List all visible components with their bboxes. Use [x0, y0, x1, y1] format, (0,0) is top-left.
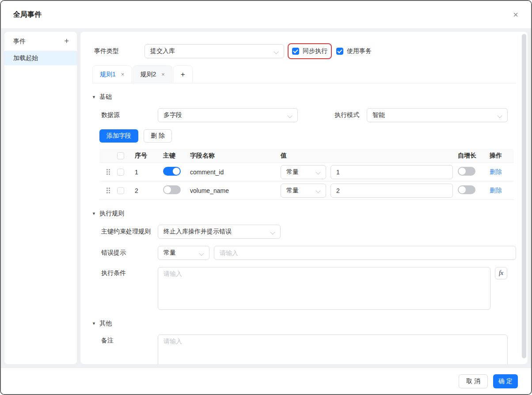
modal-body: 事件 + 加载起始 事件类型 提交入库 同步执行: [1, 28, 531, 368]
delete-row-link[interactable]: 删除: [490, 187, 502, 194]
select-all-checkbox[interactable]: [117, 152, 124, 159]
sidebar-header: 事件 +: [4, 32, 77, 51]
section-basic-title: 基础: [99, 93, 112, 101]
pk-rule-label: 主键约束处理规则: [101, 228, 158, 236]
table-header-row: 序号 主键 字段名称 值 自增长 操作: [99, 149, 514, 163]
sidebar-title: 事件: [13, 38, 26, 45]
pk-rule-value: 终止入库操作并提示错误: [163, 228, 232, 236]
section-other-body: 备注: [101, 335, 516, 364]
table-row: 2 volume_name 常量 删除: [99, 181, 514, 200]
add-event-icon[interactable]: +: [64, 37, 69, 46]
checkbox-checked-icon: [336, 48, 343, 55]
chevron-down-icon: [288, 113, 292, 117]
chevron-down-icon: [316, 170, 320, 174]
chevron-down-icon: [200, 251, 204, 255]
event-type-select[interactable]: 提交入库: [144, 44, 284, 58]
value-type-select[interactable]: 常量: [281, 184, 326, 198]
use-transaction-label: 使用事务: [347, 47, 372, 55]
exec-mode-value: 智能: [372, 111, 385, 119]
main-panel: 事件类型 提交入库 同步执行 使用事务: [80, 32, 528, 364]
field-name: comment_id: [190, 169, 281, 176]
error-prompt-row: 错误提示 常量: [101, 246, 516, 260]
row-no: 2: [135, 187, 163, 194]
delete-fields-button[interactable]: 删 除: [144, 129, 172, 143]
add-field-button[interactable]: 添加字段: [99, 129, 138, 143]
tab-rule2[interactable]: 规则2 ×: [133, 65, 172, 83]
red-annotation-box: 同步执行: [288, 43, 332, 59]
event-type-row: 事件类型 提交入库 同步执行 使用事务: [94, 43, 516, 59]
col-header-value: 值: [281, 152, 453, 160]
error-type-select[interactable]: 常量: [158, 246, 209, 260]
value-type-select[interactable]: 常量: [281, 165, 326, 179]
tab-close-icon[interactable]: ×: [121, 71, 125, 77]
exec-condition-label: 执行条件: [101, 269, 158, 277]
field-name: volume_name: [190, 187, 281, 194]
global-event-modal: 全局事件 × 事件 + 加载起始 事件类型 提交入库: [0, 0, 532, 395]
col-header-auto: 自增长: [458, 152, 490, 160]
tab-rule1[interactable]: 规则1 ×: [92, 65, 132, 83]
add-rule-tab-button[interactable]: +: [173, 65, 193, 83]
error-prompt-input[interactable]: [214, 246, 516, 260]
event-sidebar: 事件 + 加载起始: [4, 32, 77, 364]
exec-mode-select[interactable]: 智能: [367, 108, 508, 122]
event-type-value: 提交入库: [150, 47, 175, 55]
col-header-no: 序号: [135, 152, 163, 160]
section-basic-body: 数据源 多字段 执行模式 智能 添加字段 删 除: [101, 108, 516, 200]
data-source-row: 数据源 多字段 执行模式 智能: [101, 108, 516, 122]
drag-handle-icon[interactable]: [106, 188, 110, 193]
fields-table: 序号 主键 字段名称 值 自增长 操作 1 comment_id: [99, 149, 514, 200]
rule-tabbar: 规则1 × 规则2 × +: [92, 65, 516, 83]
delete-row-link[interactable]: 删除: [490, 168, 502, 175]
page-title: 全局事件: [13, 10, 42, 19]
col-header-name: 字段名称: [190, 152, 281, 160]
section-other-header[interactable]: ▼ 其他: [92, 320, 516, 327]
value-input[interactable]: [331, 184, 453, 198]
tab-close-icon[interactable]: ×: [161, 71, 165, 77]
tab-label: 规则2: [140, 71, 156, 79]
primary-key-toggle[interactable]: [163, 167, 181, 176]
sync-exec-checkbox[interactable]: 同步执行: [292, 47, 327, 55]
modal-header: 全局事件 ×: [1, 1, 531, 28]
data-source-label: 数据源: [101, 111, 158, 119]
section-basic-header[interactable]: ▼ 基础: [92, 93, 516, 101]
auto-increment-toggle[interactable]: [458, 167, 475, 176]
row-checkbox[interactable]: [117, 187, 124, 194]
chevron-down-icon: [274, 49, 278, 53]
tab-label: 规则1: [100, 71, 116, 79]
close-icon[interactable]: ×: [510, 9, 521, 20]
value-input[interactable]: [331, 165, 453, 179]
data-source-select[interactable]: 多字段: [158, 108, 298, 122]
section-other-title: 其他: [99, 320, 112, 327]
exec-mode-label: 执行模式: [334, 111, 367, 119]
auto-increment-toggle[interactable]: [458, 185, 475, 194]
use-transaction-checkbox[interactable]: 使用事务: [336, 47, 372, 55]
data-source-value: 多字段: [163, 111, 182, 119]
confirm-button[interactable]: 确 定: [493, 374, 518, 388]
pk-rule-select[interactable]: 终止入库操作并提示错误: [158, 225, 281, 239]
chevron-down-icon: [271, 230, 275, 234]
caret-down-icon: ▼: [92, 321, 96, 326]
primary-key-toggle[interactable]: [163, 185, 181, 194]
section-rules-body: 主键约束处理规则 终止入库操作并提示错误 错误提示 常量 执行条件: [101, 225, 516, 310]
chevron-down-icon: [316, 188, 320, 192]
col-header-op: 操作: [490, 152, 514, 160]
value-type: 常量: [286, 168, 299, 176]
event-type-label: 事件类型: [94, 47, 144, 55]
value-type: 常量: [286, 187, 299, 195]
sidebar-item-load-start[interactable]: 加载起始: [4, 51, 77, 65]
caret-down-icon: ▼: [92, 211, 96, 216]
sync-exec-label: 同步执行: [303, 47, 327, 55]
sidebar-item-label: 加载起始: [13, 54, 38, 62]
row-checkbox[interactable]: [117, 169, 124, 176]
section-rules-header[interactable]: ▼ 执行规则: [92, 210, 516, 218]
section-rules-title: 执行规则: [99, 210, 124, 218]
field-buttons-row: 添加字段 删 除: [99, 129, 516, 143]
exec-condition-textarea[interactable]: [158, 267, 490, 310]
cancel-button[interactable]: 取 消: [459, 374, 488, 388]
fx-formula-icon[interactable]: fx: [495, 267, 507, 279]
vertical-scrollbar[interactable]: [522, 34, 526, 358]
drag-handle-icon[interactable]: [106, 169, 110, 175]
error-type-value: 常量: [163, 249, 176, 257]
remark-textarea[interactable]: [158, 335, 508, 364]
col-header-pk: 主键: [163, 152, 190, 160]
